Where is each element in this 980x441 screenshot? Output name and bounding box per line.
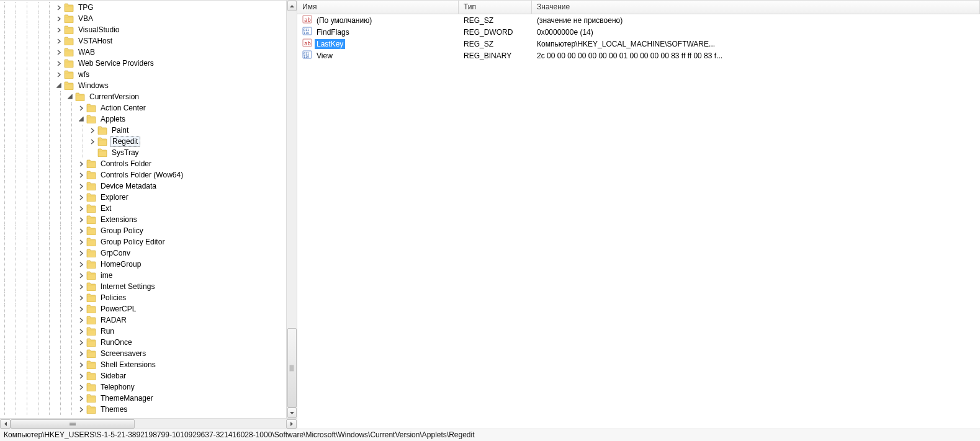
- tree-item-label[interactable]: Screensavers: [99, 349, 148, 359]
- tree-item-label[interactable]: Windows: [76, 81, 110, 91]
- expand-toggle-icon[interactable]: [78, 306, 85, 313]
- tree-item[interactable]: wfs: [0, 69, 297, 80]
- expand-toggle-icon[interactable]: [78, 362, 85, 368]
- tree-item[interactable]: PowerCPL: [0, 303, 297, 314]
- tree-item[interactable]: ThemeManager: [0, 393, 297, 404]
- value-row[interactable]: 011110ViewREG_BINARY2c 00 00 00 00 00 00…: [297, 50, 980, 61]
- tree-item[interactable]: WAB: [0, 47, 297, 58]
- tree-item[interactable]: Extensions: [0, 214, 297, 225]
- tree-item[interactable]: Sidebar: [0, 370, 297, 381]
- expand-toggle-icon[interactable]: [78, 272, 85, 279]
- tree-item[interactable]: ime: [0, 270, 297, 281]
- tree-item[interactable]: Paint: [0, 125, 297, 136]
- expand-toggle-icon[interactable]: [78, 373, 85, 380]
- tree-item-label[interactable]: Telephony: [99, 382, 137, 392]
- tree-item-label[interactable]: ime: [99, 270, 114, 280]
- tree-item-label[interactable]: Group Policy: [99, 226, 145, 236]
- tree-item[interactable]: Action Center: [0, 102, 297, 114]
- expand-toggle-icon[interactable]: [78, 183, 85, 190]
- scroll-left-button[interactable]: [0, 419, 11, 429]
- expand-toggle-icon[interactable]: [56, 38, 63, 45]
- tree-item-label[interactable]: Explorer: [99, 192, 130, 202]
- tree-item-label[interactable]: WAB: [76, 47, 97, 57]
- column-header-name[interactable]: Имя: [297, 1, 459, 14]
- tree-item[interactable]: Internet Settings: [0, 281, 297, 292]
- tree-item-label[interactable]: Group Policy Editor: [99, 237, 166, 247]
- scroll-thumb[interactable]: [11, 419, 135, 429]
- vertical-scrollbar[interactable]: [286, 1, 297, 418]
- tree-item[interactable]: CurrentVersion: [0, 91, 297, 102]
- tree-item-label[interactable]: Web Service Providers: [76, 58, 156, 68]
- tree-item-label[interactable]: Internet Settings: [99, 282, 156, 292]
- expand-toggle-icon[interactable]: [78, 283, 85, 290]
- tree-item-label[interactable]: Policies: [99, 293, 128, 303]
- expand-toggle-icon[interactable]: [78, 250, 85, 257]
- tree-item-label[interactable]: RunOnce: [99, 337, 134, 347]
- tree-item[interactable]: Policies: [0, 292, 297, 303]
- expand-toggle-icon[interactable]: [78, 328, 85, 335]
- expand-toggle-icon[interactable]: [67, 94, 74, 100]
- scroll-down-button[interactable]: [287, 408, 297, 418]
- tree-item-label[interactable]: VisualStudio: [76, 25, 122, 35]
- scroll-track[interactable]: [287, 11, 297, 408]
- scroll-thumb[interactable]: [287, 328, 297, 408]
- tree-item-label[interactable]: Controls Folder (Wow64): [99, 170, 185, 180]
- scroll-up-button[interactable]: [287, 1, 297, 11]
- tree-item[interactable]: Applets: [0, 114, 297, 125]
- tree-item[interactable]: TPG: [0, 2, 297, 13]
- tree-item[interactable]: Group Policy: [0, 225, 297, 236]
- expand-toggle-icon[interactable]: [56, 82, 63, 89]
- scroll-right-button[interactable]: [286, 419, 297, 429]
- expand-toggle-icon[interactable]: [78, 261, 85, 268]
- expand-toggle-icon[interactable]: [78, 406, 85, 413]
- scroll-track[interactable]: [11, 419, 286, 429]
- expand-toggle-icon[interactable]: [78, 216, 85, 223]
- expand-toggle-icon[interactable]: [78, 105, 85, 112]
- expand-toggle-icon[interactable]: [78, 295, 85, 301]
- tree-item-label[interactable]: Ext: [99, 203, 113, 213]
- tree-item-label[interactable]: Action Center: [99, 103, 148, 113]
- tree-item-label[interactable]: ThemeManager: [99, 393, 155, 403]
- tree-item[interactable]: Run: [0, 326, 297, 337]
- tree-item[interactable]: Shell Extensions: [0, 359, 297, 370]
- expand-toggle-icon[interactable]: [78, 395, 85, 402]
- tree-item-label[interactable]: wfs: [76, 69, 91, 79]
- tree-item-label[interactable]: GrpConv: [99, 248, 132, 258]
- column-header-type[interactable]: Тип: [459, 1, 532, 14]
- expand-toggle-icon[interactable]: [56, 27, 63, 33]
- tree-item-label[interactable]: Regedit: [110, 136, 140, 147]
- value-row[interactable]: ab(По умолчанию)REG_SZ(значение не присв…: [297, 14, 980, 26]
- tree-item[interactable]: GrpConv: [0, 247, 297, 259]
- tree-item[interactable]: Screensavers: [0, 348, 297, 359]
- tree-item-label[interactable]: Extensions: [99, 215, 139, 225]
- tree-item[interactable]: RunOnce: [0, 337, 297, 348]
- tree-item[interactable]: Controls Folder: [0, 158, 297, 169]
- tree-item-label[interactable]: Applets: [99, 114, 127, 124]
- tree-item[interactable]: Windows: [0, 80, 297, 91]
- tree-item-label[interactable]: Run: [99, 326, 116, 336]
- tree-item[interactable]: RADAR: [0, 314, 297, 326]
- tree-item-label[interactable]: HomeGroup: [99, 259, 143, 269]
- expand-toggle-icon[interactable]: [78, 384, 85, 391]
- tree-item[interactable]: Themes: [0, 404, 297, 415]
- expand-toggle-icon[interactable]: [78, 161, 85, 167]
- expand-toggle-icon[interactable]: [56, 4, 63, 11]
- expand-toggle-icon[interactable]: [56, 60, 63, 67]
- tree-item[interactable]: Group Policy Editor: [0, 236, 297, 247]
- expand-toggle-icon[interactable]: [78, 228, 85, 234]
- tree-item[interactable]: HomeGroup: [0, 259, 297, 270]
- tree-item-label[interactable]: CurrentVersion: [88, 92, 141, 102]
- tree-item-label[interactable]: VBA: [76, 14, 95, 24]
- tree-item[interactable]: Device Metadata: [0, 180, 297, 192]
- tree-item[interactable]: VisualStudio: [0, 24, 297, 35]
- horizontal-scrollbar[interactable]: [0, 418, 297, 429]
- tree-item[interactable]: SysTray: [0, 147, 297, 158]
- expand-toggle-icon[interactable]: [89, 138, 96, 145]
- column-header-value[interactable]: Значение: [532, 1, 980, 14]
- expand-toggle-icon[interactable]: [78, 172, 85, 179]
- tree-item-label[interactable]: RADAR: [99, 315, 128, 325]
- expand-toggle-icon[interactable]: [78, 239, 85, 246]
- tree-item-label[interactable]: Shell Extensions: [99, 360, 158, 370]
- tree-item-label[interactable]: Sidebar: [99, 371, 128, 381]
- value-row[interactable]: 011110FindFlagsREG_DWORD0x0000000e (14): [297, 26, 980, 38]
